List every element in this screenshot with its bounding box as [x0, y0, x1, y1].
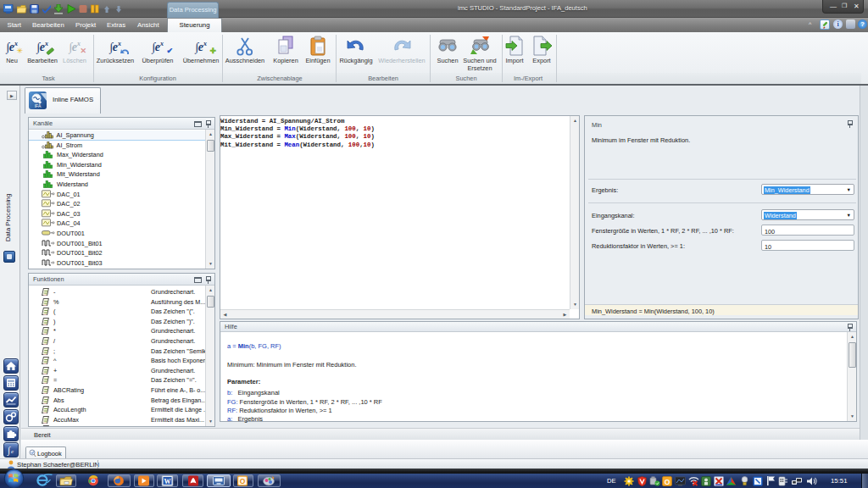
svg-text:O: O: [665, 478, 670, 486]
svg-text:e: e: [11, 448, 14, 455]
svg-text:W: W: [164, 478, 171, 485]
svg-text:O: O: [240, 477, 246, 485]
svg-text:IFA: IFA: [35, 103, 42, 108]
